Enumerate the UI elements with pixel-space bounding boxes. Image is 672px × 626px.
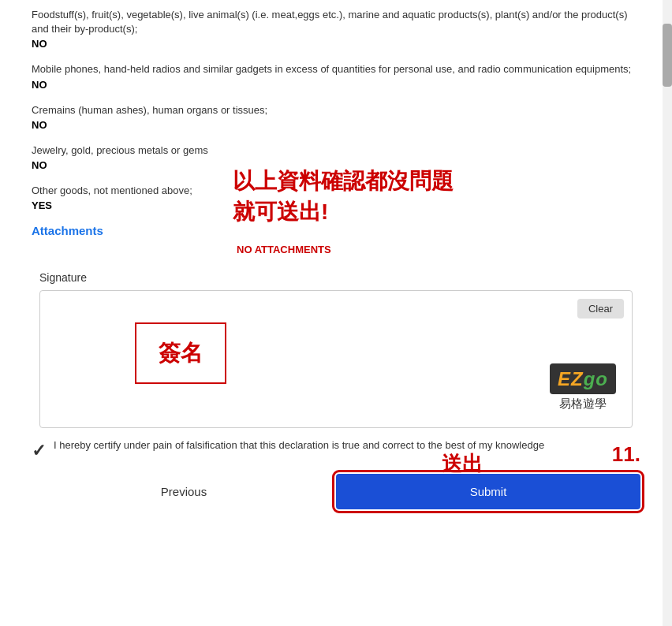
item-description-4: Other goods, not mentioned above;	[32, 184, 640, 198]
item-block-0: Foodstuff(s), fruit(s), vegetable(s), li…	[32, 8, 640, 50]
no-attachments-label: NO ATTACHMENTS	[237, 244, 640, 255]
item-answer-3: NO	[32, 159, 640, 171]
scrollbar[interactable]	[663, 0, 672, 626]
clear-button[interactable]: Clear	[577, 299, 624, 319]
signature-placeholder-text: 簽名	[159, 341, 203, 365]
previous-button-area: Previous	[32, 474, 336, 509]
item-description-2: Cremains (human ashes), human organs or …	[32, 103, 640, 117]
item-answer-1: NO	[32, 79, 640, 91]
footer-buttons: Previous Submit	[0, 461, 672, 522]
attachments-title: Attachments	[32, 224, 640, 237]
item-description-3: Jewelry, gold, precious metals or gems	[32, 143, 640, 158]
item-answer-2: NO	[32, 119, 640, 131]
scrollbar-thumb[interactable]	[663, 24, 672, 87]
signature-section: Signature Clear 簽名 EZgo 易格遊學	[32, 271, 640, 428]
signature-label: Signature	[39, 271, 633, 284]
ezgo-logo-subtitle: 易格遊學	[550, 397, 616, 412]
certify-section: ✓ I hereby certify under pain of falsifi…	[0, 428, 672, 461]
submit-button-area: Submit	[336, 474, 640, 509]
item-block-2: Cremains (human ashes), human organs or …	[32, 103, 640, 131]
item-block-4: Other goods, not mentioned above; YES	[32, 184, 640, 211]
certify-text: I hereby certify under pain of falsifica…	[54, 439, 640, 451]
signature-box[interactable]: Clear 簽名 EZgo 易格遊學	[39, 290, 633, 428]
ezgo-logo: EZgo 易格遊學	[550, 363, 616, 412]
item-answer-0: NO	[32, 38, 640, 50]
submit-button[interactable]: Submit	[336, 474, 640, 509]
item-description-1: Mobile phones, hand-held radios and simi…	[32, 62, 640, 76]
ezgo-logo-image: EZgo	[550, 363, 616, 394]
item-description-0: Foodstuff(s), fruit(s), vegetable(s), li…	[32, 8, 640, 36]
previous-button[interactable]: Previous	[161, 485, 207, 498]
item-block-3: Jewelry, gold, precious metals or gems N…	[32, 143, 640, 171]
item-answer-4: YES	[32, 199, 640, 211]
main-content: Foodstuff(s), fruit(s), vegetable(s), li…	[0, 0, 672, 428]
item-block-1: Mobile phones, hand-held radios and simi…	[32, 62, 640, 90]
checkmark-icon: ✓	[32, 441, 46, 461]
signature-placeholder-box: 簽名	[135, 322, 226, 384]
attachments-section: Attachments NO ATTACHMENTS	[32, 224, 640, 255]
